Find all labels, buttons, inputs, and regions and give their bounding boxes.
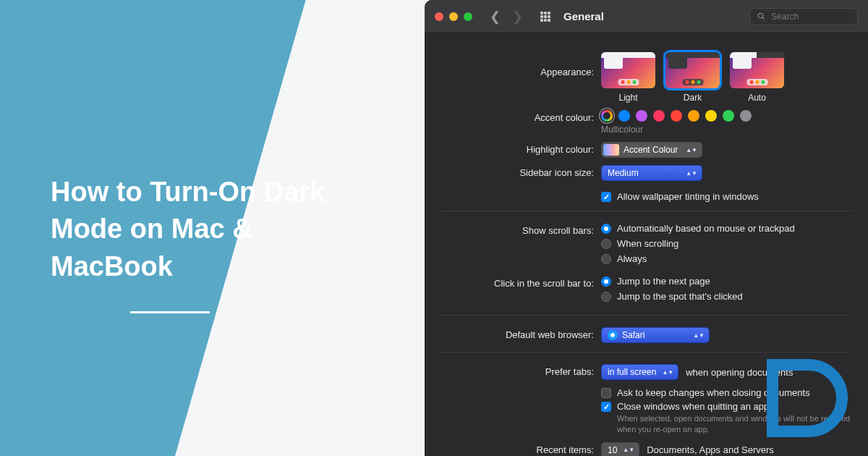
accent-green[interactable] [723,110,734,122]
accent-red[interactable] [671,110,682,122]
scrollclick-option-spot[interactable]: Jump to the spot that's clicked [601,291,852,302]
label-browser: Default web browser: [441,327,601,340]
banner-divider [130,311,210,313]
minimize-icon[interactable] [449,12,458,21]
label-scrollbars: Show scroll bars: [441,223,601,236]
appearance-option-auto[interactable]: Auto [730,52,784,103]
accent-subtitle: Multicolour [601,124,852,135]
accent-pink[interactable] [653,110,665,122]
safari-icon [608,330,618,340]
divider [441,315,852,316]
row-highlight: Highlight colour: Accent Colour ▲▼ [441,142,852,158]
appearance-auto-label: Auto [730,93,784,103]
tinting-label: Allow wallpaper tinting in windows [617,191,759,202]
search-field[interactable] [749,8,858,25]
scrollbars-option-auto[interactable]: Automatically based on mouse or trackpad [601,223,852,234]
row-scrollclick: Click in the scroll bar to: Jump to the … [441,276,852,306]
accent-purple[interactable] [636,110,647,122]
accent-graphite[interactable] [740,110,752,122]
recent-suffix: Documents, Apps and Servers [647,444,774,455]
chevron-updown-icon: ▲▼ [686,148,697,152]
label-scrollclick: Click in the scroll bar to: [441,276,601,289]
checkbox-icon [601,192,611,202]
scrollclick-opt0-label: Jump to the next page [617,276,710,287]
highlight-select[interactable]: Accent Colour ▲▼ [601,142,702,158]
search-input[interactable] [771,12,850,22]
scrollbars-opt0-label: Automatically based on mouse or trackpad [617,223,795,234]
chevron-updown-icon: ▲▼ [693,334,705,337]
radio-icon [601,224,611,234]
recent-select[interactable]: 10 ▲▼ [601,442,639,456]
search-icon [757,12,765,21]
scrollclick-radio-group: Jump to the next page Jump to the spot t… [601,276,852,306]
show-all-icon[interactable] [540,12,550,22]
recent-value: 10 [608,445,617,455]
label-highlight: Highlight colour: [441,142,601,155]
row-sidebar-icon: Sidebar icon size: Medium ▲▼ [441,165,852,181]
radio-icon [601,276,611,287]
radio-icon [601,239,611,249]
chevron-updown-icon: ▲▼ [662,371,673,374]
scrollbars-opt1-label: When scrolling [617,238,678,249]
highlight-value: Accent Colour [624,145,678,155]
brand-logo-icon [758,347,859,449]
radio-icon [601,254,611,264]
scrollbars-opt2-label: Always [617,253,647,264]
close-icon[interactable] [435,12,443,21]
appearance-dark-label: Dark [665,93,720,103]
window-title: General [563,10,604,22]
row-accent: Accent colour: Multicolour [441,110,852,135]
scrollbars-option-scrolling[interactable]: When scrolling [601,238,852,249]
browser-value: Safari [622,330,644,340]
browser-select[interactable]: Safari ▲▼ [601,327,710,343]
label-recent: Recent items: [441,442,601,455]
zoom-icon[interactable] [464,12,472,21]
tabs-value: in full screen [608,367,656,377]
accent-yellow[interactable] [705,110,717,122]
nav-arrows: ❮ ❯ [490,9,523,25]
accent-swatches [601,110,852,122]
sidebar-icon-value: Medium [608,168,639,178]
row-browser: Default web browser: Safari ▲▼ [441,327,852,343]
tinting-checkbox[interactable]: Allow wallpaper tinting in windows [601,191,852,202]
scrollbars-radio-group: Automatically based on mouse or trackpad… [601,223,852,269]
article-banner: How to Turn-On Dark Mode on Mac & MacBoo… [0,0,425,456]
back-button[interactable]: ❮ [490,9,501,25]
scrollclick-opt1-label: Jump to the spot that's clicked [617,291,743,302]
close-windows-label: Close windows when quitting an app [617,401,769,412]
forward-button[interactable]: ❯ [512,9,523,25]
row-tinting: Allow wallpaper tinting in windows [441,188,852,202]
radio-icon [601,292,611,302]
window-traffic-lights [435,12,472,21]
appearance-options: Light Dark Auto [601,52,852,103]
label-sidebar-icon: Sidebar icon size: [441,165,601,178]
scrollbars-option-always[interactable]: Always [601,253,852,264]
accent-orange[interactable] [688,110,699,122]
label-tabs: Prefer tabs: [441,364,601,377]
accent-multicolour[interactable] [601,110,613,122]
accent-blue[interactable] [618,110,630,122]
label-appearance: Appearance: [441,52,601,77]
row-appearance: Appearance: Light Dark Auto [441,52,852,103]
chevron-updown-icon: ▲▼ [686,172,697,175]
banner-headline: How to Turn-On Dark Mode on Mac & MacBoo… [51,174,381,285]
highlight-swatch-icon [603,144,619,156]
row-scrollbars: Show scroll bars: Automatically based on… [441,223,852,269]
window-titlebar: ❮ ❯ General [425,0,868,33]
tabs-select[interactable]: in full screen ▲▼ [601,364,678,380]
label-accent: Accent colour: [441,110,601,123]
appearance-option-dark[interactable]: Dark [665,52,720,103]
sidebar-icon-select[interactable]: Medium ▲▼ [601,165,702,181]
chevron-updown-icon: ▲▼ [623,448,634,452]
checkbox-icon [601,402,611,412]
divider [441,211,852,211]
checkbox-icon [601,388,611,398]
appearance-light-label: Light [601,93,655,103]
scrollclick-option-page[interactable]: Jump to the next page [601,276,852,287]
appearance-option-light[interactable]: Light [601,52,655,103]
